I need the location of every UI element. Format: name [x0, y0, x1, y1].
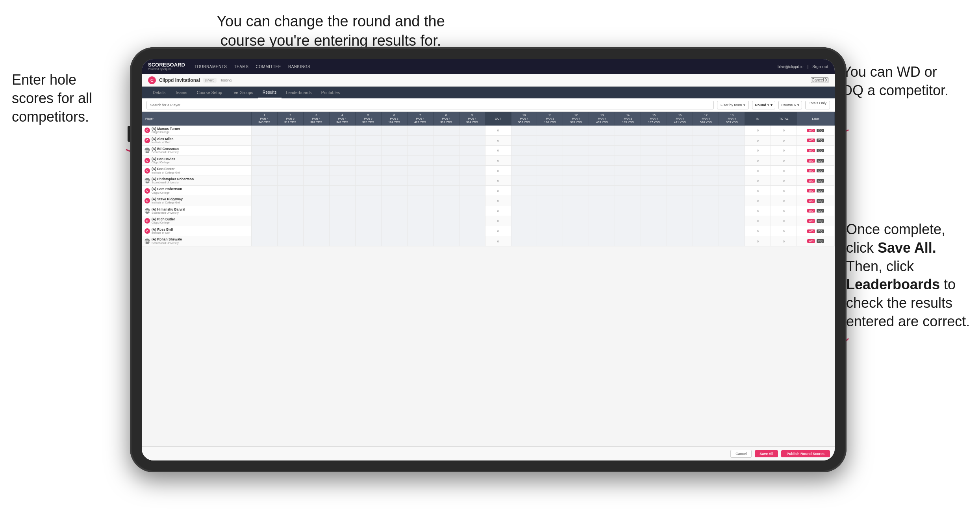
score-hole-15[interactable] — [641, 236, 667, 246]
wd-button[interactable]: WD — [807, 239, 815, 243]
score-hole-5[interactable] — [355, 216, 381, 226]
score-hole-7[interactable] — [407, 176, 433, 186]
score-hole-8[interactable] — [433, 126, 459, 136]
score-hole-13[interactable] — [589, 135, 615, 146]
score-hole-1[interactable] — [251, 186, 277, 196]
score-hole-16[interactable] — [667, 135, 693, 146]
score-hole-1[interactable] — [251, 226, 277, 236]
score-hole-4[interactable] — [329, 236, 355, 246]
score-hole-4[interactable] — [329, 226, 355, 236]
score-hole-4[interactable] — [329, 206, 355, 216]
score-hole-5[interactable] — [355, 146, 381, 156]
totals-only-toggle[interactable]: Totals Only — [805, 101, 830, 109]
score-hole-2[interactable] — [277, 155, 303, 166]
score-hole-7[interactable] — [407, 236, 433, 246]
wd-button[interactable]: WD — [807, 189, 815, 192]
score-hole-17[interactable] — [693, 155, 719, 166]
score-hole-15[interactable] — [641, 216, 667, 226]
tab-tee-groups[interactable]: Tee Groups — [227, 87, 258, 98]
score-hole-18[interactable] — [719, 216, 745, 226]
score-hole-14[interactable] — [615, 176, 641, 186]
score-hole-17[interactable] — [693, 126, 719, 136]
score-hole-8[interactable] — [433, 216, 459, 226]
score-hole-11[interactable] — [537, 196, 563, 206]
score-hole-13[interactable] — [589, 206, 615, 216]
dq-button[interactable]: DQ — [817, 139, 824, 142]
score-hole-18[interactable] — [719, 155, 745, 166]
score-hole-1[interactable] — [251, 166, 277, 176]
score-hole-8[interactable] — [433, 135, 459, 146]
score-hole-3[interactable] — [303, 155, 329, 166]
score-hole-4[interactable] — [329, 216, 355, 226]
score-hole-7[interactable] — [407, 186, 433, 196]
score-hole-5[interactable] — [355, 135, 381, 146]
dq-button[interactable]: DQ — [817, 209, 824, 213]
score-hole-17[interactable] — [693, 176, 719, 186]
score-hole-14[interactable] — [615, 146, 641, 156]
score-hole-18[interactable] — [719, 126, 745, 136]
score-hole-6[interactable] — [381, 186, 407, 196]
score-hole-11[interactable] — [537, 166, 563, 176]
score-hole-15[interactable] — [641, 135, 667, 146]
score-hole-8[interactable] — [433, 155, 459, 166]
score-hole-15[interactable] — [641, 206, 667, 216]
score-hole-10[interactable] — [511, 236, 537, 246]
tab-printables[interactable]: Printables — [317, 87, 345, 98]
score-hole-13[interactable] — [589, 226, 615, 236]
wd-button[interactable]: WD — [807, 219, 815, 223]
score-hole-18[interactable] — [719, 196, 745, 206]
score-hole-13[interactable] — [589, 155, 615, 166]
score-hole-6[interactable] — [381, 236, 407, 246]
score-hole-4[interactable] — [329, 126, 355, 136]
dq-button[interactable]: DQ — [817, 239, 824, 243]
score-hole-7[interactable] — [407, 155, 433, 166]
score-hole-1[interactable] — [251, 126, 277, 136]
score-hole-14[interactable] — [615, 126, 641, 136]
score-hole-1[interactable] — [251, 135, 277, 146]
score-hole-10[interactable] — [511, 186, 537, 196]
score-hole-16[interactable] — [667, 226, 693, 236]
score-hole-16[interactable] — [667, 206, 693, 216]
score-hole-16[interactable] — [667, 126, 693, 136]
score-hole-16[interactable] — [667, 196, 693, 206]
dq-button[interactable]: DQ — [817, 159, 824, 163]
score-table-container[interactable]: Player 1 PAR 4 340 YDS 2 PAR 5 511 YDS — [142, 112, 835, 446]
wd-button[interactable]: WD — [807, 169, 815, 172]
score-hole-6[interactable] — [381, 206, 407, 216]
dq-button[interactable]: DQ — [817, 229, 824, 233]
score-hole-5[interactable] — [355, 236, 381, 246]
score-hole-8[interactable] — [433, 166, 459, 176]
score-hole-11[interactable] — [537, 135, 563, 146]
score-hole-17[interactable] — [693, 166, 719, 176]
score-hole-4[interactable] — [329, 135, 355, 146]
score-hole-6[interactable] — [381, 166, 407, 176]
score-hole-18[interactable] — [719, 166, 745, 176]
score-hole-6[interactable] — [381, 176, 407, 186]
score-hole-5[interactable] — [355, 186, 381, 196]
score-hole-4[interactable] — [329, 166, 355, 176]
score-hole-10[interactable] — [511, 166, 537, 176]
score-hole-18[interactable] — [719, 176, 745, 186]
score-hole-15[interactable] — [641, 186, 667, 196]
tab-details[interactable]: Details — [148, 87, 170, 98]
score-hole-9[interactable] — [459, 135, 485, 146]
score-hole-3[interactable] — [303, 196, 329, 206]
score-hole-14[interactable] — [615, 155, 641, 166]
score-hole-13[interactable] — [589, 186, 615, 196]
score-hole-14[interactable] — [615, 226, 641, 236]
round-selector[interactable]: Round 1 ▾ — [752, 101, 775, 109]
score-hole-15[interactable] — [641, 176, 667, 186]
score-hole-9[interactable] — [459, 226, 485, 236]
score-hole-11[interactable] — [537, 236, 563, 246]
score-hole-8[interactable] — [433, 146, 459, 156]
score-hole-12[interactable] — [563, 186, 589, 196]
score-hole-12[interactable] — [563, 126, 589, 136]
score-hole-8[interactable] — [433, 196, 459, 206]
course-selector[interactable]: Course A ▾ — [778, 101, 802, 109]
wd-button[interactable]: WD — [807, 179, 815, 183]
score-hole-8[interactable] — [433, 226, 459, 236]
score-hole-2[interactable] — [277, 236, 303, 246]
score-hole-13[interactable] — [589, 176, 615, 186]
score-hole-3[interactable] — [303, 176, 329, 186]
score-hole-9[interactable] — [459, 236, 485, 246]
